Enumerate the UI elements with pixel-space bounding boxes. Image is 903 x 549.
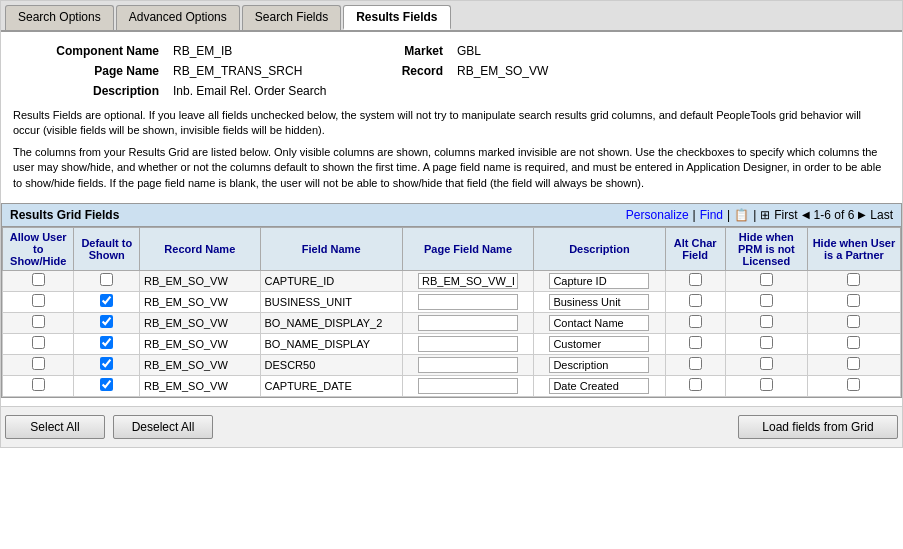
alt-char-cb-checkbox[interactable] (689, 273, 702, 286)
hide-prm-cb (725, 333, 807, 354)
hide-partner-cb-checkbox[interactable] (847, 336, 860, 349)
allow-user-cb (3, 312, 74, 333)
record-name-cell: RB_EM_SO_VW (140, 375, 260, 396)
allow-user-cb-checkbox[interactable] (32, 294, 45, 307)
hide-partner-cb (807, 312, 900, 333)
tab-search-options[interactable]: Search Options (5, 5, 114, 30)
record-name-cell: RB_EM_SO_VW (140, 270, 260, 291)
hide-partner-cb (807, 333, 900, 354)
hide-partner-cb-checkbox[interactable] (847, 378, 860, 391)
personalize-link[interactable]: Personalize (626, 208, 689, 222)
table-row: RB_EM_SO_VWBO_NAME_DISPLAY (3, 333, 901, 354)
select-all-button[interactable]: Select All (5, 415, 105, 439)
hide-prm-cb-checkbox[interactable] (760, 336, 773, 349)
market-label: Market (369, 42, 449, 60)
description-input (534, 354, 665, 375)
table-row: RB_EM_SO_VWBUSINESS_UNIT (3, 291, 901, 312)
default-shown-cb (74, 270, 140, 291)
hide-prm-cb-checkbox[interactable] (760, 315, 773, 328)
description-input-field[interactable] (549, 294, 649, 310)
description-input-field[interactable] (549, 378, 649, 394)
allow-user-cb-checkbox[interactable] (32, 336, 45, 349)
hide-partner-cb-checkbox[interactable] (847, 294, 860, 307)
field-name-cell: BO_NAME_DISPLAY (260, 333, 402, 354)
allow-user-cb-checkbox[interactable] (32, 273, 45, 286)
component-name-value: RB_EM_IB (167, 42, 367, 60)
page-field-input-field[interactable] (418, 378, 518, 394)
default-shown-cb-checkbox[interactable] (100, 357, 113, 370)
hide-prm-cb-checkbox[interactable] (760, 294, 773, 307)
col-field-name: Field Name (260, 227, 402, 270)
allow-user-cb-checkbox[interactable] (32, 357, 45, 370)
grid-icon[interactable]: ⊞ (760, 208, 770, 222)
default-shown-cb-checkbox[interactable] (100, 336, 113, 349)
alt-char-cb-checkbox[interactable] (689, 357, 702, 370)
load-fields-button[interactable]: Load fields from Grid (738, 415, 898, 439)
nav-last[interactable]: Last (870, 208, 893, 222)
page-container: Search Options Advanced Options Search F… (0, 0, 903, 448)
page-field-input-field[interactable] (418, 273, 518, 289)
hide-partner-cb-checkbox[interactable] (847, 315, 860, 328)
page-field-input-field[interactable] (418, 315, 518, 331)
alt-char-cb-checkbox[interactable] (689, 336, 702, 349)
deselect-all-button[interactable]: Deselect All (113, 415, 213, 439)
tab-bar: Search Options Advanced Options Search F… (1, 1, 902, 32)
hide-prm-cb-checkbox[interactable] (760, 357, 773, 370)
description-input-field[interactable] (549, 315, 649, 331)
field-name-cell: CAPTURE_DATE (260, 375, 402, 396)
table-row: RB_EM_SO_VWBO_NAME_DISPLAY_2 (3, 312, 901, 333)
record-name-cell: RB_EM_SO_VW (140, 333, 260, 354)
alt-char-cb-checkbox[interactable] (689, 294, 702, 307)
hide-prm-cb-checkbox[interactable] (760, 378, 773, 391)
hide-prm-cb (725, 312, 807, 333)
hide-partner-cb (807, 354, 900, 375)
hide-partner-cb-checkbox[interactable] (847, 273, 860, 286)
description-input (534, 375, 665, 396)
tab-search-fields[interactable]: Search Fields (242, 5, 341, 30)
col-default-shown: Default to Shown (74, 227, 140, 270)
allow-user-cb-checkbox[interactable] (32, 315, 45, 328)
description-input (534, 270, 665, 291)
alt-char-cb (665, 375, 725, 396)
hide-partner-cb (807, 270, 900, 291)
hide-partner-cb-checkbox[interactable] (847, 357, 860, 370)
default-shown-cb-checkbox[interactable] (100, 378, 113, 391)
alt-char-cb-checkbox[interactable] (689, 378, 702, 391)
page-field-input-field[interactable] (418, 357, 518, 373)
description-input-field[interactable] (549, 273, 649, 289)
allow-user-cb-checkbox[interactable] (32, 378, 45, 391)
description-value: Inb. Email Rel. Order Search (167, 82, 888, 100)
default-shown-cb-checkbox[interactable] (100, 294, 113, 307)
nav-prev-icon[interactable]: ◀ (802, 209, 810, 220)
page-field-input-field[interactable] (418, 294, 518, 310)
view-icon[interactable]: 📋 (734, 208, 749, 222)
find-link[interactable]: Find (700, 208, 723, 222)
alt-char-cb (665, 270, 725, 291)
col-allow-user: Allow User to Show/Hide (3, 227, 74, 270)
description-input-field[interactable] (549, 336, 649, 352)
nav-next-icon[interactable]: ▶ (858, 209, 866, 220)
page-field-input-field[interactable] (418, 336, 518, 352)
record-value: RB_EM_SO_VW (451, 62, 888, 80)
col-alt-char: Alt Char Field (665, 227, 725, 270)
description-text-2: The columns from your Results Grid are l… (13, 145, 890, 191)
record-name-cell: RB_EM_SO_VW (140, 291, 260, 312)
page-field-input (402, 375, 533, 396)
allow-user-cb (3, 375, 74, 396)
hide-prm-cb-checkbox[interactable] (760, 273, 773, 286)
hide-partner-cb (807, 291, 900, 312)
page-name-value: RB_EM_TRANS_SRCH (167, 62, 367, 80)
alt-char-cb-checkbox[interactable] (689, 315, 702, 328)
default-shown-cb-checkbox[interactable] (100, 273, 113, 286)
divider2: | (727, 208, 730, 222)
page-field-input (402, 270, 533, 291)
nav-first[interactable]: First (774, 208, 797, 222)
record-name-cell: RB_EM_SO_VW (140, 354, 260, 375)
default-shown-cb-checkbox[interactable] (100, 315, 113, 328)
tab-results-fields[interactable]: Results Fields (343, 5, 450, 30)
tab-advanced-options[interactable]: Advanced Options (116, 5, 240, 30)
grid-header: Results Grid Fields Personalize | Find |… (2, 204, 901, 227)
field-name-cell: DESCR50 (260, 354, 402, 375)
description-input-field[interactable] (549, 357, 649, 373)
nav-page: 1-6 of 6 (814, 208, 855, 222)
